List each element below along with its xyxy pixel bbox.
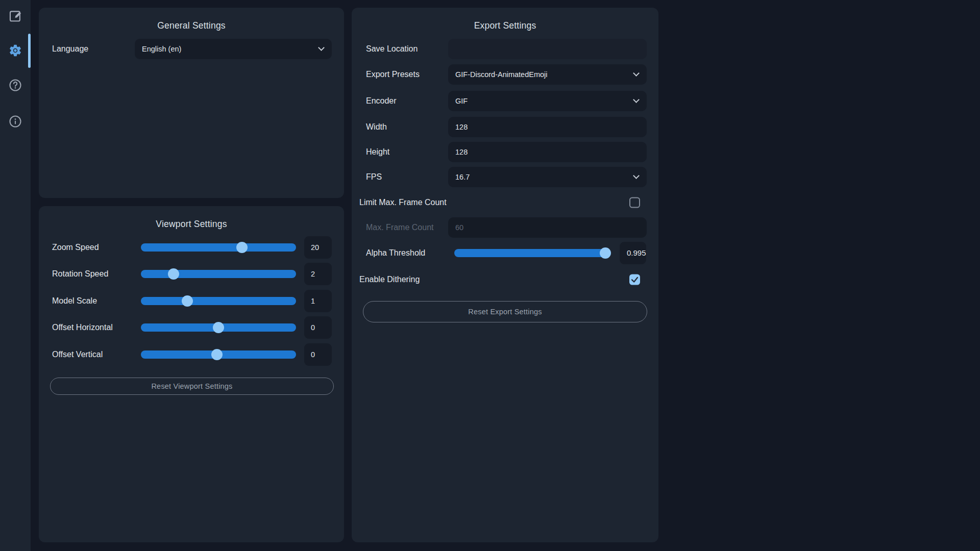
model-scale-label: Model Scale — [52, 296, 97, 306]
general-settings-panel: General Settings Language English (en) — [39, 8, 344, 198]
offset-vertical-row: Offset Vertical 0 — [52, 343, 332, 366]
save-location-row: Save Location — [366, 39, 647, 59]
encoder-select[interactable]: GIF — [448, 91, 647, 111]
reset-export-settings-button[interactable]: Reset Export Settings — [363, 301, 647, 322]
model-scale-value[interactable]: 1 — [304, 290, 332, 312]
height-row: Height — [366, 142, 647, 162]
width-label: Width — [366, 122, 387, 132]
export-presets-row: Export Presets GIF-Discord-AnimatedEmoji — [366, 64, 647, 85]
export-presets-label: Export Presets — [366, 70, 420, 79]
chevron-down-icon — [633, 172, 640, 179]
max-frame-count-input — [448, 217, 647, 238]
fps-label: FPS — [366, 172, 382, 182]
offset-vertical-label: Offset Vertical — [52, 350, 103, 359]
zoom-speed-row: Zoom Speed 20 — [52, 236, 332, 259]
reset-viewport-settings-button[interactable]: Reset Viewport Settings — [50, 378, 334, 395]
alpha-threshold-slider[interactable] — [454, 249, 610, 257]
zoom-speed-slider[interactable] — [141, 243, 296, 252]
gear-icon — [8, 51, 22, 59]
max-frame-count-label: Max. Frame Count — [366, 223, 433, 232]
zoom-speed-slider-thumb[interactable] — [236, 242, 248, 253]
rotation-speed-slider-thumb[interactable] — [168, 268, 179, 280]
edit-button[interactable] — [8, 9, 22, 23]
save-location-input[interactable] — [448, 39, 647, 59]
settings-button[interactable] — [8, 43, 22, 58]
encoder-value: GIF — [455, 97, 468, 105]
offset-horizontal-value[interactable]: 0 — [304, 316, 332, 339]
fps-value: 16.7 — [455, 173, 470, 181]
width-input[interactable] — [448, 117, 647, 137]
height-input[interactable] — [448, 142, 647, 162]
offset-vertical-slider-thumb[interactable] — [211, 349, 223, 360]
offset-horizontal-label: Offset Horizontal — [52, 323, 113, 332]
export-presets-value: GIF-Discord-AnimatedEmoji — [455, 70, 548, 79]
limit-max-frame-count-checkbox[interactable] — [629, 197, 640, 208]
model-scale-row: Model Scale 1 — [52, 290, 332, 312]
language-value: English (en) — [142, 45, 181, 53]
save-location-label: Save Location — [366, 44, 418, 54]
export-settings-panel: Export Settings Save Location Export Pre… — [352, 8, 658, 542]
help-icon — [8, 85, 22, 94]
language-select[interactable]: English (en) — [135, 39, 332, 59]
active-tab-indicator — [28, 34, 31, 68]
enable-dithering-checkbox[interactable] — [629, 274, 640, 285]
export-settings-title: Export Settings — [352, 20, 658, 31]
offset-horizontal-slider-thumb[interactable] — [213, 322, 224, 333]
offset-horizontal-row: Offset Horizontal 0 — [52, 316, 332, 339]
info-icon — [8, 121, 22, 130]
help-button[interactable] — [8, 78, 22, 92]
limit-max-frame-count-label: Limit Max. Frame Count — [359, 198, 447, 207]
alpha-threshold-slider-thumb[interactable] — [600, 247, 611, 259]
viewport-settings-panel: Viewport Settings Zoom Speed 20 Rotation… — [39, 206, 344, 542]
export-presets-select[interactable]: GIF-Discord-AnimatedEmoji — [448, 64, 647, 85]
chevron-down-icon — [318, 44, 325, 51]
offset-horizontal-slider[interactable] — [141, 323, 296, 332]
zoom-speed-label: Zoom Speed — [52, 243, 99, 252]
chevron-down-icon — [633, 70, 640, 77]
alpha-threshold-row: Alpha Threshold 0.995 — [366, 242, 647, 264]
offset-vertical-slider[interactable] — [141, 350, 296, 359]
rotation-speed-label: Rotation Speed — [52, 269, 108, 279]
encoder-label: Encoder — [366, 96, 397, 106]
model-scale-slider-thumb[interactable] — [182, 295, 193, 307]
max-frame-count-row: Max. Frame Count — [366, 217, 647, 238]
info-button[interactable] — [8, 114, 22, 129]
limit-max-frame-count-row: Limit Max. Frame Count — [366, 196, 647, 209]
general-settings-title: General Settings — [39, 20, 344, 31]
chevron-down-icon — [633, 96, 640, 103]
edit-square-icon — [8, 16, 22, 24]
fps-select[interactable]: 16.7 — [448, 167, 647, 187]
alpha-threshold-label: Alpha Threshold — [366, 248, 425, 258]
enable-dithering-row: Enable Dithering — [366, 273, 647, 286]
enable-dithering-label: Enable Dithering — [359, 275, 420, 284]
sidebar — [0, 0, 31, 551]
fps-row: FPS 16.7 — [366, 167, 647, 187]
alpha-threshold-value[interactable]: 0.995 — [620, 242, 646, 264]
rotation-speed-slider[interactable] — [141, 270, 296, 278]
zoom-speed-value[interactable]: 20 — [304, 236, 332, 259]
encoder-row: Encoder GIF — [366, 91, 647, 111]
width-row: Width — [366, 117, 647, 137]
viewport-settings-title: Viewport Settings — [39, 219, 344, 230]
offset-vertical-value[interactable]: 0 — [304, 343, 332, 366]
rotation-speed-value[interactable]: 2 — [304, 263, 332, 285]
height-label: Height — [366, 147, 389, 157]
model-scale-slider[interactable] — [141, 297, 296, 305]
rotation-speed-row: Rotation Speed 2 — [52, 263, 332, 285]
language-label: Language — [52, 44, 88, 54]
